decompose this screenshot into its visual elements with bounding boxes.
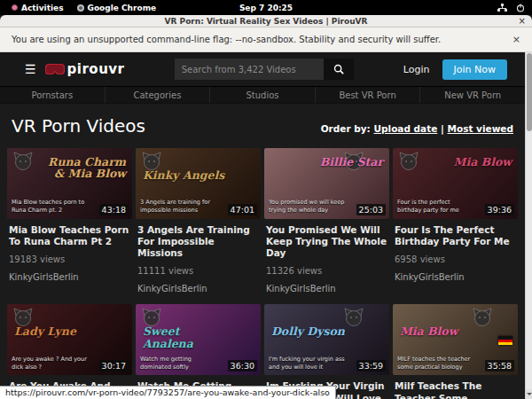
video-views: 6958 views <box>395 254 516 264</box>
thumbnail-caption: 3 Angels are training for impossible mis… <box>140 199 217 215</box>
site-logo[interactable]: pirouvr <box>45 61 125 77</box>
thumbnail-model-name: Lady Lyne <box>14 325 76 337</box>
order-by-label: Order by: <box>321 123 371 134</box>
thumbnail-caption: Mia Blow teaches porn to Runa Charm pt. … <box>12 199 89 215</box>
web-page: ☰ pirouvr Login Join Now Pornstars Categ… <box>0 52 525 399</box>
video-card[interactable]: Mia Blow MILF teaches the teacher some p… <box>393 304 518 399</box>
video-grid: Runa Charm & Mia Blow Mia Blow teaches p… <box>7 148 518 399</box>
thumbnail-model-name: Billie Star <box>320 156 383 168</box>
scrollbar-thumb[interactable] <box>527 53 532 131</box>
thumbnail-caption: Are you awake ? And your dick also ? <box>12 356 89 372</box>
video-thumbnail[interactable]: Mia Blow MILF teaches the teacher some p… <box>393 304 518 375</box>
nav-item-new-vr[interactable]: New VR Porn <box>419 87 525 103</box>
video-studio-link[interactable]: KinkyGirlsBerlin <box>266 284 387 293</box>
order-separator: | <box>437 123 447 134</box>
video-card[interactable]: Runa Charm & Mia Blow Mia Blow teaches p… <box>7 148 132 304</box>
infobar-close-icon[interactable]: × <box>512 34 520 45</box>
nav-item-pornstars[interactable]: Pornstars <box>0 87 105 103</box>
video-thumbnail[interactable]: Lady Lyne Are you awake ? And your dick … <box>7 304 132 375</box>
activities-button[interactable]: Activities <box>7 4 68 12</box>
video-title[interactable]: Four Is The Perfect Birthday Party For M… <box>395 224 516 247</box>
thumbnail-model-name: Runa Charm & Mia Blow <box>35 156 126 179</box>
duration-badge: 35:58 <box>485 360 514 372</box>
video-card[interactable]: Dolly Dyson I'm fucking your virgin ass … <box>264 304 389 399</box>
video-title[interactable]: You Promised We Will Keep Trying The Who… <box>266 224 387 259</box>
recording-indicator-icon <box>12 4 18 11</box>
thumbnail-caption: Four is the perfect birthday party for m… <box>397 199 474 215</box>
thumbnail-model-name: Dolly Dyson <box>271 325 345 337</box>
duration-badge: 25:03 <box>356 204 386 215</box>
order-by: Order by: Upload date | Most viewed <box>321 123 513 134</box>
video-card[interactable]: Sweet Analena Watch me getting dominated… <box>136 304 261 399</box>
chrome-infobar: You are using an unsupported command-lin… <box>0 27 532 52</box>
window-close-icon[interactable]: × <box>519 15 526 27</box>
page-title: VR Porn Videos <box>12 115 145 137</box>
video-studio-link[interactable]: KinkyGirlsBerlin <box>137 284 259 293</box>
video-thumbnail[interactable]: Sweet Analena Watch me getting dominated… <box>136 304 261 375</box>
video-card[interactable]: Lady Lyne Are you awake ? And your dick … <box>7 304 132 399</box>
search-button[interactable] <box>324 59 354 80</box>
join-now-button[interactable]: Join Now <box>442 59 507 80</box>
infobar-message: You are using an unsupported command-lin… <box>12 35 441 44</box>
duration-badge: 43:18 <box>99 204 129 215</box>
search-input[interactable] <box>175 59 324 80</box>
thumbnail-caption: Watch me getting dominated softly <box>140 356 217 372</box>
status-bar-url: https://pirouvr.com/vr-porn-video/779325… <box>0 386 336 399</box>
video-views: 11111 views <box>137 266 259 276</box>
search-icon <box>333 64 344 74</box>
thumbnail-caption: MILF teaches the teacher some practical … <box>397 356 474 372</box>
thumbnail-caption: You promised we will keep trying the who… <box>269 199 346 215</box>
nav-item-studios[interactable]: Studios <box>209 87 315 103</box>
video-title[interactable]: 3 Angels Are Training For Impossible Mis… <box>137 224 259 259</box>
thumbnail-caption: I'm fucking your virgin ass and you will… <box>269 356 346 372</box>
scrollbar[interactable] <box>525 52 532 399</box>
site-logo-text: pirouvr <box>67 61 125 77</box>
nav-item-categories[interactable]: Categories <box>105 87 210 103</box>
video-studio-link[interactable]: KinkyGirlsBerlin <box>9 272 130 282</box>
search-bar <box>175 59 354 80</box>
thumbnail-model-name: Sweet Analena <box>143 325 233 348</box>
cat-mask-logo-icon <box>472 307 493 332</box>
thumbnail-model-name: Mia Blow <box>400 325 458 337</box>
cat-mask-logo-icon <box>12 151 34 176</box>
scrollbar-down-arrow-icon[interactable] <box>526 389 532 399</box>
duration-badge: 47:01 <box>228 204 257 215</box>
cat-mask-logo-icon <box>343 307 364 332</box>
video-title[interactable]: Mia Blow Teaches Porn To Runa Charm Pt 2 <box>9 224 130 247</box>
order-by-most-viewed[interactable]: Most viewed <box>448 123 514 134</box>
duration-badge: 39:36 <box>485 204 514 215</box>
video-views: 19183 views <box>9 254 130 264</box>
order-by-upload-date[interactable]: Upload date <box>373 123 437 134</box>
chrome-icon <box>77 4 84 12</box>
duration-badge: 36:30 <box>228 360 257 372</box>
power-icon[interactable] <box>516 4 525 12</box>
window-title: VR Porn: Virtual Reality Sex Videos | Pi… <box>165 17 368 26</box>
video-thumbnail[interactable]: Dolly Dyson I'm fucking your virgin ass … <box>264 304 389 375</box>
window-title-bar: VR Porn: Virtual Reality Sex Videos | Pi… <box>0 15 532 27</box>
video-views: 11326 views <box>266 266 387 276</box>
app-menu-button[interactable]: Google Chrome <box>73 4 161 12</box>
video-title[interactable]: Milf Teaches The Teacher Some Practical … <box>395 380 516 399</box>
video-thumbnail[interactable]: Mia Blow Four is the perfect birthday pa… <box>393 148 518 219</box>
video-card[interactable]: Mia Blow Four is the perfect birthday pa… <box>393 148 518 304</box>
login-link[interactable]: Login <box>403 64 430 75</box>
site-header: ☰ pirouvr Login Join Now <box>0 52 525 86</box>
gnome-top-bar: Activities Google Chrome Sep 7 20:25 <box>0 0 532 15</box>
video-card[interactable]: Billie Star You promised we will keep tr… <box>264 148 389 304</box>
activities-label: Activities <box>21 4 64 12</box>
nav-item-best-vr[interactable]: Best VR Porn <box>315 87 420 103</box>
video-thumbnail[interactable]: Kinky Angels 3 Angels are training for i… <box>136 148 261 219</box>
cat-mask-logo-icon <box>398 151 419 176</box>
network-icon[interactable] <box>497 4 507 12</box>
thumbnail-model-name: Mia Blow <box>454 156 512 168</box>
german-flag-icon <box>498 336 512 345</box>
video-thumbnail[interactable]: Runa Charm & Mia Blow Mia Blow teaches p… <box>7 148 132 219</box>
video-card[interactable]: Kinky Angels 3 Angels are training for i… <box>136 148 261 304</box>
main-nav: Pornstars Categories Studios Best VR Por… <box>0 86 525 104</box>
duration-badge: 30:17 <box>99 360 129 372</box>
hamburger-menu-icon[interactable]: ☰ <box>25 63 36 75</box>
video-thumbnail[interactable]: Billie Star You promised we will keep tr… <box>264 148 389 219</box>
duration-badge: 33:59 <box>356 360 386 372</box>
video-studio-link[interactable]: KinkyGirlsBerlin <box>395 272 516 282</box>
thumbnail-model-name: Kinky Angels <box>143 169 224 181</box>
